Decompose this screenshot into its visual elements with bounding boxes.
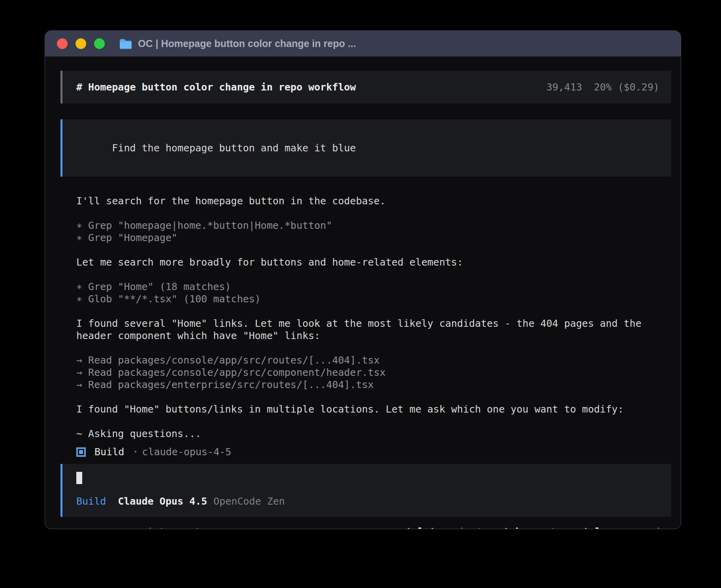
assistant-text-line: ~ Asking questions... [76, 428, 663, 440]
session-title: # Homepage button color change in repo w… [76, 81, 356, 93]
context-percentage: 20% [594, 81, 612, 93]
tool-call-line: ∗ Glob "**/*.tsx" (100 matches) [76, 293, 663, 305]
conversation: I'll search for the homepage button in t… [76, 195, 663, 440]
hint-key: ctrl+t [400, 526, 436, 529]
assistant-text-line: I found several "Home" links. Let me loo… [76, 317, 663, 342]
prompt-input[interactable]: Build Claude Opus 4.5 OpenCode Zen [60, 464, 671, 517]
text-cursor [76, 472, 82, 484]
status-left: esc interrupt [66, 526, 201, 529]
minimize-button[interactable] [75, 38, 86, 49]
tool-call-line: → Read packages/enterprise/src/routes/[.… [76, 379, 663, 391]
session-cost: ($0.29) [618, 81, 659, 93]
blank-line [76, 342, 663, 354]
blank-line [76, 305, 663, 317]
session-view: # Homepage button color change in repo w… [45, 57, 681, 529]
keybind-hint-agents: tabagents [504, 526, 562, 529]
tool-call-line: → Read packages/console/app/src/componen… [76, 366, 663, 379]
blank-line [76, 415, 663, 428]
session-stats: 39,41320%($0.29) [546, 81, 659, 93]
assistant-text-line: Let me search more broadly for buttons a… [76, 256, 663, 268]
blank-line [76, 268, 663, 281]
blank-line [76, 244, 663, 256]
close-button[interactable] [57, 38, 68, 49]
tool-call-line: → Read packages/console/app/src/routes/[… [76, 354, 663, 366]
assistant-text-line: I'll search for the homepage button in t… [76, 195, 663, 207]
hint-label: agents [527, 526, 562, 529]
window-title: OC | Homepage button color change in rep… [138, 38, 356, 49]
titlebar: OC | Homepage button color change in rep… [45, 31, 681, 57]
agent-separator: · [132, 446, 138, 458]
tool-call-line: ∗ Grep "Home" (18 matches) [76, 281, 663, 293]
esc-key-label: interrupt [147, 526, 200, 529]
hint-label: variants [441, 526, 488, 529]
hint-key: tab [504, 526, 521, 529]
token-count: 39,413 [546, 81, 582, 93]
input-provider-label: OpenCode Zen [213, 495, 285, 507]
user-message: Find the homepage button and make it blu… [60, 119, 671, 177]
tool-call-line: ∗ Grep "Homepage" [76, 232, 663, 244]
hint-label: commands [618, 526, 666, 529]
input-agent-label[interactable]: Build [76, 495, 106, 507]
keybind-hint-variants: ctrl+tvariants [400, 526, 489, 529]
assistant-text-line: I found "Home" buttons/links in multiple… [76, 403, 663, 415]
terminal-window: OC | Homepage button color change in rep… [45, 30, 681, 529]
keybind-hint-commands: ctrl+pcommands [577, 526, 666, 529]
status-bar: esc interrupt ctrl+tvariantstabagentsctr… [60, 526, 671, 529]
user-message-text: Find the homepage button and make it blu… [112, 142, 356, 154]
zoom-button[interactable] [94, 38, 105, 49]
input-meta-row: Build Claude Opus 4.5 OpenCode Zen [76, 495, 659, 507]
blank-line [76, 391, 663, 403]
keybind-hints: ctrl+tvariantstabagentsctrl+pcommands [400, 526, 666, 529]
traffic-lights [57, 38, 105, 49]
agent-build-icon [76, 447, 86, 457]
hint-key: ctrl+p [577, 526, 613, 529]
agent-status-row: Build · claude-opus-4-5 [76, 446, 671, 458]
agent-model: claude-opus-4-5 [142, 446, 231, 458]
esc-key-hint: esc [124, 526, 142, 529]
folder-icon [119, 38, 132, 49]
tool-call-line: ∗ Grep "homepage|home.*button|Home.*butt… [76, 219, 663, 232]
input-model-label[interactable]: Claude Opus 4.5 [118, 495, 207, 507]
blank-line [76, 207, 663, 219]
agent-name: Build [94, 446, 124, 458]
session-header: # Homepage button color change in repo w… [60, 71, 671, 104]
